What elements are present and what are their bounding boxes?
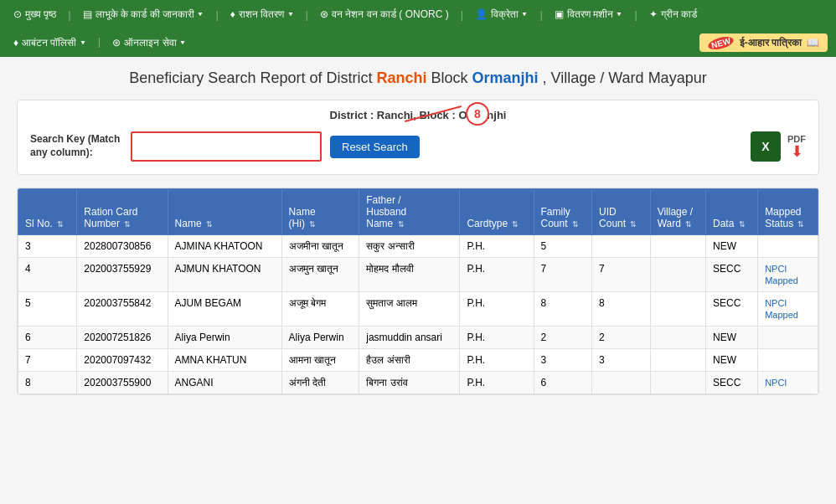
cell-sl_no: 4 [18,258,77,292]
col-cardtype: Cardtype ⇅ [460,189,534,235]
table-row[interactable]: 3202800730856AJMINA KHATOONअजमीना खातूनस… [18,235,818,258]
cell-data: NEW [706,327,758,349]
nav-online[interactable]: ⊛ ऑनलाइन सेवा ▾ [107,35,191,50]
second-navigation: ♦ आबंटन पॉलिसी ▾ | ⊛ ऑनलाइन सेवा ▾ NEW ई… [0,28,836,57]
nav-separator: | [461,8,463,21]
cell-name: AMNA KHATUN [168,349,281,372]
search-label: Search Key (Match any column): [30,133,122,159]
nav-machine[interactable]: ▣ वितरण मशीन ▾ [550,7,628,22]
table-row[interactable]: 5202003755842AJUM BEGAMअजूम बेगमसुमताज आ… [18,292,818,327]
sort-icon[interactable]: ⇅ [57,220,64,229]
cell-mapped_status: NPCIMapped [758,258,818,292]
col-name: Name ⇅ [168,189,281,235]
cell-cardtype: P.H. [460,349,534,372]
cell-data: SECC [706,372,758,394]
cell-cardtype: P.H. [460,235,534,258]
nav-ration[interactable]: ♦ राशन वितरण ▾ [225,7,299,22]
sort-icon[interactable]: ⇅ [309,220,316,229]
nav-card-info[interactable]: ▤ लाभूके के कार्ड की जानकारी ▾ [78,7,209,22]
cell-uid_count [592,372,651,394]
policy-icon: ♦ [13,37,18,49]
annotation-circle: 8 [466,102,489,126]
cell-ration_card: 202007251826 [77,327,168,349]
nav-separator: | [68,8,70,21]
nav-separator: | [634,8,637,21]
cell-data: NEW [706,349,758,372]
nav-green-card[interactable]: ✦ ग्रीन कार्ड [644,7,702,22]
npci-mapped-badge: NPCIMapped [765,264,798,285]
cell-mapped_status: NPCI [758,372,818,394]
cell-name: AJUM BEGAM [168,292,281,327]
col-uid-count: UIDCount ⇅ [592,189,651,235]
sort-icon[interactable]: ⇅ [739,220,746,229]
cell-family_count: 3 [534,349,592,372]
cell-father_name: हैउल अंसारी [359,349,460,372]
cell-sl_no: 7 [18,349,77,372]
pdf-download-icon: ⬇ [791,144,803,159]
ration-icon: ♦ [230,8,235,20]
table-row[interactable]: 6202007251826Aliya PerwinAliya Perwinjas… [18,327,818,349]
onorc-icon: ⊛ [320,8,328,20]
cell-name: AJMUN KHATOON [168,258,281,292]
excel-export-button[interactable]: X [751,131,781,162]
top-navigation: ⊙ मुख्य पृष्ठ | ▤ लाभूके के कार्ड की जान… [0,0,836,28]
col-family-count: FamilyCount ⇅ [534,189,592,235]
cell-data: SECC [706,292,758,327]
district-name: Ranchi [376,69,426,86]
sort-icon[interactable]: ⇅ [124,220,131,229]
cell-cardtype: P.H. [460,372,534,394]
cell-village [650,372,705,394]
cell-family_count: 5 [534,235,592,258]
page-title: Beneficiary Search Report of District Ra… [17,69,819,87]
cell-uid_count: 2 [592,327,651,349]
cell-name: AJMINA KHATOON [168,235,281,258]
cell-father_name: jasmuddin ansari [359,327,460,349]
cell-sl_no: 5 [18,292,77,327]
sort-icon[interactable]: ⇅ [206,220,213,229]
table-row[interactable]: 7202007097432AMNA KHATUNआमना खातूनहैउल अ… [18,349,818,372]
sort-icon[interactable]: ⇅ [398,220,405,229]
cell-father_name: बिगना उरांव [359,372,460,394]
cell-mapped_status [758,349,818,372]
search-panel: District : Ranchi, Block : Ormanjhi Sear… [17,100,819,175]
cell-mapped_status [758,327,818,349]
table-row[interactable]: 4202003755929AJMUN KHATOONअजमुन खातूनमोह… [18,258,818,292]
cell-data: NEW [706,235,758,258]
nav-seller[interactable]: 👤 विक्रेता ▾ [470,7,533,22]
nav-onorc[interactable]: ⊛ वन नेशन वन कार्ड ( ONORC ) [315,7,454,22]
eaahar-button[interactable]: NEW ई-आहार पात्रिका 📖 [699,33,828,52]
export-buttons: X PDF ⬇ [751,131,806,162]
cell-village [650,258,705,292]
cell-village [650,327,705,349]
sort-icon[interactable]: ⇅ [685,220,692,229]
greencard-icon: ✦ [649,8,658,20]
cell-ration_card: 202800730856 [77,235,168,258]
cell-data: SECC [706,258,758,292]
pdf-export-button[interactable]: PDF ⬇ [787,134,806,159]
cell-uid_count [592,235,651,258]
table-row[interactable]: 8202003755900ANGANIअंगनी देतीबिगना उरांव… [18,372,818,394]
eaahar-label: ई-आहार पात्रिका [740,37,802,49]
sort-icon[interactable]: ⇅ [572,220,579,229]
npci-mapped-badge: NPCIMapped [765,298,798,320]
cell-ration_card: 202003755929 [77,258,168,292]
nav-separator: | [306,8,308,21]
reset-search-button[interactable]: Reset Search [330,136,420,158]
search-input[interactable] [134,135,318,158]
cell-village [650,292,705,327]
cell-cardtype: P.H. [460,292,534,327]
sort-icon[interactable]: ⇅ [512,220,519,229]
cell-uid_count: 8 [592,292,651,327]
cell-name_hi: अजूम बेगम [281,292,359,327]
machine-icon: ▣ [555,8,564,20]
sort-icon[interactable]: ⇅ [630,220,637,229]
sort-icon[interactable]: ⇅ [797,220,804,229]
cell-ration_card: 202003755900 [77,372,168,394]
online-icon: ⊛ [112,37,121,49]
nav-policy[interactable]: ♦ आबंटन पॉलिसी ▾ [8,35,91,50]
nav-home[interactable]: ⊙ मुख्य पृष्ठ [8,7,61,22]
cell-name_hi: अजमीना खातून [281,235,359,258]
cell-father_name: सकुर अन्सारी [359,235,460,258]
col-name-hi: Name(Hi) ⇅ [281,189,359,235]
cell-name_hi: Aliya Perwin [281,327,359,349]
